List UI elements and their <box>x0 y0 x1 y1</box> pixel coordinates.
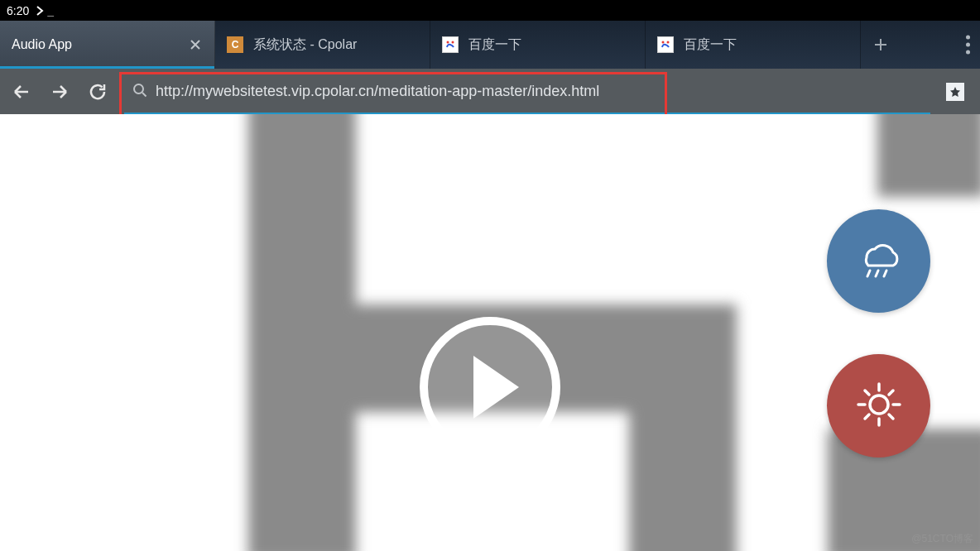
play-button[interactable] <box>420 317 560 458</box>
tab-audio-app[interactable]: Audio App <box>0 21 215 69</box>
tab-cpolar[interactable]: C 系统状态 - Cpolar <box>215 21 430 69</box>
browser-nav-bar <box>0 69 980 114</box>
page-content: 10:0 @51CTO博客 <box>0 114 980 551</box>
close-icon[interactable] <box>188 37 203 52</box>
svg-point-2 <box>452 41 454 44</box>
url-input[interactable] <box>156 83 922 100</box>
search-icon <box>132 83 147 101</box>
svg-point-5 <box>667 41 670 44</box>
svg-point-7 <box>870 395 888 414</box>
favicon-baidu-icon <box>442 36 459 53</box>
favicon-baidu-icon <box>657 36 674 53</box>
reload-button[interactable] <box>81 75 114 108</box>
svg-point-4 <box>662 41 665 44</box>
rain-cloud-icon <box>850 231 908 292</box>
play-icon <box>462 356 519 419</box>
tab-baidu-1[interactable]: 百度一下 <box>430 21 646 69</box>
tab-label: 系统状态 - Cpolar <box>253 36 418 54</box>
tab-label: 百度一下 <box>684 36 848 54</box>
bookmark-star-icon <box>946 83 964 101</box>
svg-point-1 <box>447 41 449 44</box>
url-bar[interactable] <box>124 77 930 107</box>
tab-baidu-2[interactable]: 百度一下 <box>646 21 861 69</box>
browser-tab-strip: Audio App C 系统状态 - Cpolar 百度一下 百度一下 <box>0 21 980 69</box>
forward-button[interactable] <box>43 75 76 108</box>
android-status-bar: 6:20 _ <box>0 0 980 21</box>
bookmark-button[interactable] <box>939 75 972 108</box>
tab-label: Audio App <box>12 37 178 52</box>
favicon-cpolar-icon: C <box>227 36 243 53</box>
watermark-text: @51CTO博客 <box>911 532 973 546</box>
status-time: 6:20 <box>7 4 29 17</box>
url-bar-container <box>124 77 930 107</box>
weather-sound-button[interactable] <box>827 209 930 313</box>
back-button[interactable] <box>5 75 38 108</box>
status-chevron-icon: _ <box>36 4 54 17</box>
timer-display: 10:0 <box>440 470 540 527</box>
new-tab-button[interactable] <box>861 21 901 69</box>
tab-label: 百度一下 <box>468 36 633 54</box>
svg-point-6 <box>134 84 143 93</box>
kebab-menu-button[interactable] <box>966 36 970 55</box>
sun-icon <box>850 376 908 437</box>
sunny-sound-button[interactable] <box>827 354 930 458</box>
